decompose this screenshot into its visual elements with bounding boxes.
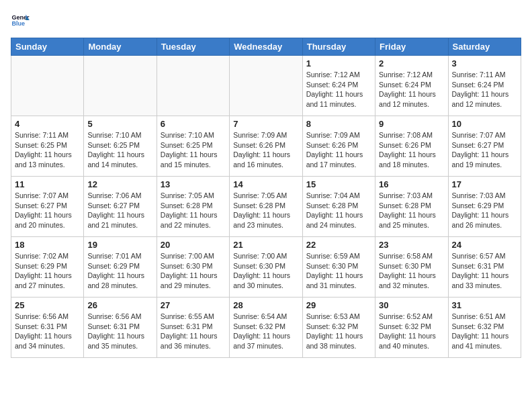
day-info: Sunrise: 7:06 AMSunset: 6:27 PMDaylight:… bbox=[87, 191, 152, 230]
day-info: Sunrise: 7:08 AMSunset: 6:26 PMDaylight:… bbox=[379, 130, 444, 170]
calendar-cell: 21Sunrise: 7:00 AMSunset: 6:30 PMDayligh… bbox=[230, 237, 302, 298]
day-number: 14 bbox=[233, 179, 298, 189]
day-number: 28 bbox=[233, 300, 298, 310]
day-number: 25 bbox=[15, 300, 80, 310]
calendar-cell: 16Sunrise: 7:03 AMSunset: 6:28 PMDayligh… bbox=[375, 177, 448, 237]
calendar-cell: 19Sunrise: 7:01 AMSunset: 6:29 PMDayligh… bbox=[84, 237, 157, 298]
calendar-cell: 10Sunrise: 7:07 AMSunset: 6:27 PMDayligh… bbox=[448, 116, 521, 177]
calendar-cell: 31Sunrise: 6:51 AMSunset: 6:32 PMDayligh… bbox=[448, 298, 521, 358]
day-number: 10 bbox=[452, 119, 517, 129]
day-info: Sunrise: 7:09 AMSunset: 6:26 PMDaylight:… bbox=[306, 130, 371, 170]
day-info: Sunrise: 7:11 AMSunset: 6:25 PMDaylight:… bbox=[15, 130, 80, 170]
day-info: Sunrise: 7:10 AMSunset: 6:25 PMDaylight:… bbox=[161, 130, 226, 170]
calendar-cell: 2Sunrise: 7:12 AMSunset: 6:24 PMDaylight… bbox=[375, 56, 448, 116]
day-number: 21 bbox=[233, 240, 298, 250]
day-info: Sunrise: 7:00 AMSunset: 6:30 PMDaylight:… bbox=[161, 251, 226, 291]
day-info: Sunrise: 6:58 AMSunset: 6:30 PMDaylight:… bbox=[379, 251, 444, 291]
calendar-cell: 27Sunrise: 6:55 AMSunset: 6:31 PMDayligh… bbox=[157, 298, 229, 358]
calendar-cell bbox=[84, 56, 157, 116]
day-info: Sunrise: 6:55 AMSunset: 6:31 PMDaylight:… bbox=[161, 312, 226, 351]
page-header: General Blue bbox=[11, 11, 521, 30]
week-row-3: 11Sunrise: 7:07 AMSunset: 6:27 PMDayligh… bbox=[11, 177, 521, 237]
weekday-header-tuesday: Tuesday bbox=[157, 38, 229, 56]
day-number: 11 bbox=[15, 179, 80, 189]
calendar-cell bbox=[157, 56, 229, 116]
calendar-cell: 15Sunrise: 7:04 AMSunset: 6:28 PMDayligh… bbox=[302, 177, 375, 237]
day-number: 30 bbox=[379, 300, 444, 310]
day-number: 13 bbox=[161, 179, 226, 189]
calendar-cell: 1Sunrise: 7:12 AMSunset: 6:24 PMDaylight… bbox=[302, 56, 375, 116]
calendar-cell: 18Sunrise: 7:02 AMSunset: 6:29 PMDayligh… bbox=[11, 237, 84, 298]
calendar-cell: 30Sunrise: 6:52 AMSunset: 6:32 PMDayligh… bbox=[375, 298, 448, 358]
calendar-cell: 5Sunrise: 7:10 AMSunset: 6:25 PMDaylight… bbox=[84, 116, 157, 177]
week-row-5: 25Sunrise: 6:56 AMSunset: 6:31 PMDayligh… bbox=[11, 298, 521, 358]
logo-icon: General Blue bbox=[11, 11, 30, 30]
day-info: Sunrise: 7:12 AMSunset: 6:24 PMDaylight:… bbox=[379, 70, 444, 109]
weekday-header-row: SundayMondayTuesdayWednesdayThursdayFrid… bbox=[11, 38, 521, 56]
day-number: 23 bbox=[379, 240, 444, 250]
day-number: 24 bbox=[452, 240, 517, 250]
day-number: 8 bbox=[306, 119, 371, 129]
day-info: Sunrise: 7:02 AMSunset: 6:29 PMDaylight:… bbox=[15, 251, 80, 291]
weekday-header-friday: Friday bbox=[375, 38, 448, 56]
calendar-cell: 4Sunrise: 7:11 AMSunset: 6:25 PMDaylight… bbox=[11, 116, 84, 177]
weekday-header-sunday: Sunday bbox=[11, 38, 84, 56]
calendar-cell: 23Sunrise: 6:58 AMSunset: 6:30 PMDayligh… bbox=[375, 237, 448, 298]
day-number: 9 bbox=[379, 119, 444, 129]
day-info: Sunrise: 7:01 AMSunset: 6:29 PMDaylight:… bbox=[87, 251, 152, 291]
day-number: 27 bbox=[161, 300, 226, 310]
day-info: Sunrise: 6:51 AMSunset: 6:32 PMDaylight:… bbox=[452, 312, 517, 351]
calendar-cell: 3Sunrise: 7:11 AMSunset: 6:24 PMDaylight… bbox=[448, 56, 521, 116]
week-row-4: 18Sunrise: 7:02 AMSunset: 6:29 PMDayligh… bbox=[11, 237, 521, 298]
day-info: Sunrise: 7:12 AMSunset: 6:24 PMDaylight:… bbox=[306, 70, 371, 109]
day-info: Sunrise: 7:03 AMSunset: 6:29 PMDaylight:… bbox=[452, 191, 517, 230]
day-number: 26 bbox=[87, 300, 152, 310]
day-number: 12 bbox=[87, 179, 152, 189]
day-number: 29 bbox=[306, 300, 371, 310]
day-number: 2 bbox=[379, 58, 444, 68]
calendar-cell: 25Sunrise: 6:56 AMSunset: 6:31 PMDayligh… bbox=[11, 298, 84, 358]
day-info: Sunrise: 7:09 AMSunset: 6:26 PMDaylight:… bbox=[233, 130, 298, 170]
logo: General Blue bbox=[11, 11, 32, 30]
day-info: Sunrise: 6:54 AMSunset: 6:32 PMDaylight:… bbox=[233, 312, 298, 351]
weekday-header-wednesday: Wednesday bbox=[230, 38, 302, 56]
calendar-cell: 13Sunrise: 7:05 AMSunset: 6:28 PMDayligh… bbox=[157, 177, 229, 237]
calendar-cell: 26Sunrise: 6:56 AMSunset: 6:31 PMDayligh… bbox=[84, 298, 157, 358]
calendar-cell: 8Sunrise: 7:09 AMSunset: 6:26 PMDaylight… bbox=[302, 116, 375, 177]
day-info: Sunrise: 7:10 AMSunset: 6:25 PMDaylight:… bbox=[87, 130, 152, 170]
day-info: Sunrise: 6:56 AMSunset: 6:31 PMDaylight:… bbox=[15, 312, 80, 351]
weekday-header-saturday: Saturday bbox=[448, 38, 521, 56]
day-number: 16 bbox=[379, 179, 444, 189]
week-row-1: 1Sunrise: 7:12 AMSunset: 6:24 PMDaylight… bbox=[11, 56, 521, 116]
day-info: Sunrise: 7:04 AMSunset: 6:28 PMDaylight:… bbox=[306, 191, 371, 230]
day-info: Sunrise: 7:07 AMSunset: 6:27 PMDaylight:… bbox=[452, 130, 517, 170]
calendar-cell: 7Sunrise: 7:09 AMSunset: 6:26 PMDaylight… bbox=[230, 116, 302, 177]
day-info: Sunrise: 6:57 AMSunset: 6:31 PMDaylight:… bbox=[452, 251, 517, 291]
day-info: Sunrise: 7:00 AMSunset: 6:30 PMDaylight:… bbox=[233, 251, 298, 291]
calendar-cell: 9Sunrise: 7:08 AMSunset: 6:26 PMDaylight… bbox=[375, 116, 448, 177]
day-number: 17 bbox=[452, 179, 517, 189]
day-number: 5 bbox=[87, 119, 152, 129]
day-number: 7 bbox=[233, 119, 298, 129]
weekday-header-thursday: Thursday bbox=[302, 38, 375, 56]
calendar-cell: 12Sunrise: 7:06 AMSunset: 6:27 PMDayligh… bbox=[84, 177, 157, 237]
day-info: Sunrise: 6:56 AMSunset: 6:31 PMDaylight:… bbox=[87, 312, 152, 351]
day-info: Sunrise: 7:05 AMSunset: 6:28 PMDaylight:… bbox=[161, 191, 226, 230]
day-number: 19 bbox=[87, 240, 152, 250]
day-info: Sunrise: 6:59 AMSunset: 6:30 PMDaylight:… bbox=[306, 251, 371, 291]
day-info: Sunrise: 7:07 AMSunset: 6:27 PMDaylight:… bbox=[15, 191, 80, 230]
day-info: Sunrise: 6:52 AMSunset: 6:32 PMDaylight:… bbox=[379, 312, 444, 351]
calendar-cell: 22Sunrise: 6:59 AMSunset: 6:30 PMDayligh… bbox=[302, 237, 375, 298]
calendar-cell bbox=[11, 56, 84, 116]
day-number: 1 bbox=[306, 58, 371, 68]
day-number: 18 bbox=[15, 240, 80, 250]
day-info: Sunrise: 7:05 AMSunset: 6:28 PMDaylight:… bbox=[233, 191, 298, 230]
day-number: 6 bbox=[161, 119, 226, 129]
day-info: Sunrise: 7:11 AMSunset: 6:24 PMDaylight:… bbox=[452, 70, 517, 109]
week-row-2: 4Sunrise: 7:11 AMSunset: 6:25 PMDaylight… bbox=[11, 116, 521, 177]
calendar-cell: 6Sunrise: 7:10 AMSunset: 6:25 PMDaylight… bbox=[157, 116, 229, 177]
day-number: 15 bbox=[306, 179, 371, 189]
weekday-header-monday: Monday bbox=[84, 38, 157, 56]
calendar-cell: 29Sunrise: 6:53 AMSunset: 6:32 PMDayligh… bbox=[302, 298, 375, 358]
day-info: Sunrise: 6:53 AMSunset: 6:32 PMDaylight:… bbox=[306, 312, 371, 351]
